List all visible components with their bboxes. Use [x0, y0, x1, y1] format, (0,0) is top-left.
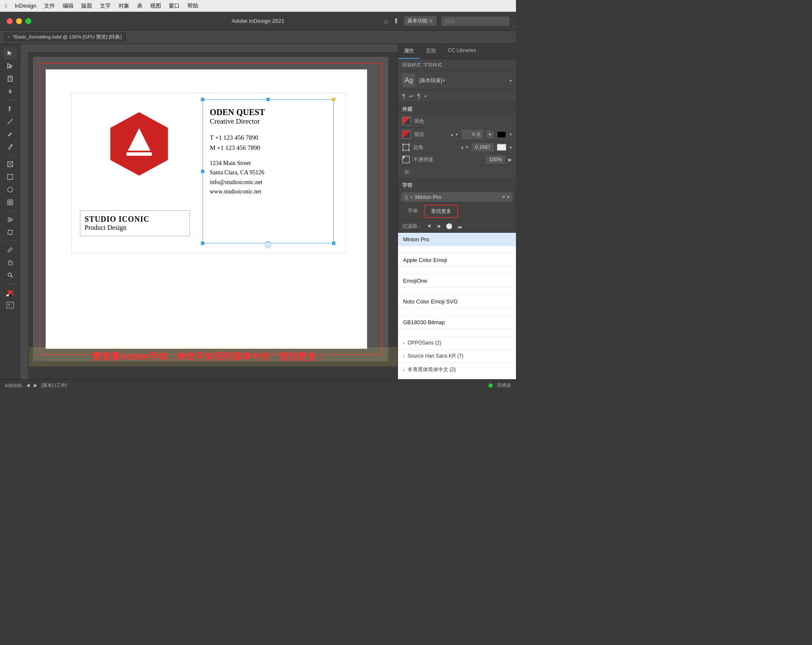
- frame-tool[interactable]: [3, 158, 17, 170]
- menu-indesign[interactable]: InDesign: [15, 3, 36, 9]
- menu-layout[interactable]: 版面: [81, 2, 92, 10]
- document-page[interactable]: STUDIO ICONIC Product Design O: [46, 69, 367, 349]
- tab-find-more[interactable]: 查找更多: [424, 205, 458, 218]
- stroke-label[interactable]: 描边: [414, 131, 447, 138]
- corner-down[interactable]: ▼: [465, 145, 469, 149]
- menu-object[interactable]: 对象: [118, 2, 129, 10]
- page-tool[interactable]: [3, 73, 17, 85]
- corner-dropdown[interactable]: ▾: [510, 145, 512, 150]
- status-text: 无错误: [497, 382, 511, 389]
- menu-view[interactable]: 视图: [150, 2, 161, 10]
- corner-up[interactable]: ▲: [460, 145, 464, 149]
- font-item-apple-emoji[interactable]: Apple Color Emoji: [398, 254, 516, 267]
- line-tool[interactable]: [3, 116, 17, 127]
- font-filter-toggle[interactable]: ∨: [410, 195, 413, 199]
- next-page-btn[interactable]: ▶: [34, 383, 37, 388]
- pen-tool[interactable]: [3, 128, 17, 140]
- business-card[interactable]: STUDIO ICONIC Product Design O: [71, 93, 346, 254]
- direct-selection-tool[interactable]: [3, 60, 17, 72]
- font-item-emojiOne[interactable]: EmojiOne: [398, 274, 516, 288]
- handle-bl[interactable]: [201, 242, 204, 245]
- handle-ml[interactable]: [201, 170, 204, 173]
- stroke-down[interactable]: ▼: [455, 132, 458, 137]
- style-dropdown-arrow[interactable]: ▾: [510, 78, 512, 83]
- stroke-up[interactable]: ▲: [450, 132, 454, 137]
- corner-label[interactable]: 边角: [413, 144, 457, 151]
- close-tab-icon[interactable]: ×: [8, 35, 10, 39]
- font-clear-button[interactable]: ✕: [502, 194, 505, 200]
- font-item-source-han[interactable]: › Source Han Sans KR (7): [398, 350, 516, 363]
- tab-cc-libraries[interactable]: CC Libraries: [442, 44, 482, 59]
- document-tab[interactable]: × *Basic_formatting.indd @ 136% [GPU 预览]…: [3, 32, 126, 42]
- apple-menu[interactable]: : [5, 3, 7, 9]
- corner-value[interactable]: 0.1667: [472, 143, 494, 151]
- type-tool[interactable]: T: [3, 103, 17, 115]
- stroke-swatch[interactable]: [497, 131, 506, 138]
- menu-window[interactable]: 窗口: [169, 2, 180, 10]
- opacity-value[interactable]: 100%: [486, 156, 505, 163]
- font-item-minion-pro[interactable]: Minion Pro: [398, 233, 516, 246]
- search-input[interactable]: [442, 17, 509, 26]
- corner-swatch[interactable]: [497, 144, 506, 151]
- menu-edit[interactable]: 编辑: [63, 2, 74, 10]
- style-name[interactable]: [基本段落]+: [416, 77, 510, 84]
- ellipse-tool[interactable]: [3, 184, 17, 196]
- para-icon[interactable]: ¶: [402, 93, 406, 99]
- filter-dropdown-btn[interactable]: ▼: [427, 223, 432, 229]
- handle-tr[interactable]: [332, 98, 335, 101]
- minimize-button[interactable]: [16, 18, 22, 24]
- font-item-oppo[interactable]: › OPPOSans (2): [398, 336, 516, 350]
- opacity-expand[interactable]: ▶: [508, 157, 512, 163]
- stroke-swatch-dropdown[interactable]: ▾: [510, 132, 512, 137]
- gap-tool[interactable]: [3, 85, 17, 97]
- tab-pages[interactable]: 页面: [420, 44, 442, 59]
- maximize-button[interactable]: [25, 18, 31, 24]
- pencil-tool[interactable]: [3, 141, 17, 153]
- zoom-tool[interactable]: [3, 269, 17, 281]
- font-search-input[interactable]: [415, 194, 500, 200]
- menu-table[interactable]: 表: [137, 2, 143, 10]
- selection-tool[interactable]: [3, 47, 17, 59]
- prev-page-btn[interactable]: ◀: [26, 383, 30, 388]
- handle-br[interactable]: [332, 242, 335, 245]
- font-dropdown-button[interactable]: ▾: [507, 194, 510, 200]
- font-item-gb18030[interactable]: GB18030 Bitmap: [398, 316, 516, 329]
- home-icon[interactable]: ⌂: [384, 17, 388, 25]
- workspace-button[interactable]: 基本功能 ∨: [404, 16, 436, 26]
- filter-cloud-btn[interactable]: ☁: [457, 223, 462, 229]
- scissors-tool[interactable]: [3, 214, 17, 226]
- opacity-label[interactable]: 不透明度: [413, 156, 483, 163]
- menu-text[interactable]: 文字: [100, 2, 111, 10]
- font-item-noto-emoji[interactable]: Noto Color Emoji SVG: [398, 295, 516, 309]
- contact-box[interactable]: O ODEN QUEST Creative Director T +1 123 …: [203, 99, 334, 243]
- close-button[interactable]: [7, 18, 13, 24]
- char-style-label[interactable]: 字符样式: [423, 62, 442, 68]
- transform-tool[interactable]: [3, 226, 17, 238]
- handle-tm[interactable]: [266, 98, 270, 101]
- add-style-icon[interactable]: +: [424, 93, 427, 99]
- menu-help[interactable]: 帮助: [187, 2, 198, 10]
- tab-properties[interactable]: 属性: [398, 44, 420, 59]
- font-list[interactable]: Minion Pro Apple Color Emoji EmojiOne No…: [398, 233, 516, 379]
- rect-frame-tool[interactable]: [3, 171, 17, 183]
- font-search-row[interactable]: Q ∨ ✕ ▾: [401, 193, 513, 201]
- table-tool[interactable]: [3, 196, 17, 208]
- eyedropper-tool[interactable]: [3, 244, 17, 256]
- return-icon[interactable]: ↵: [409, 93, 414, 99]
- fill-stroke-tool[interactable]: [3, 287, 17, 298]
- hand-tool[interactable]: [3, 256, 17, 268]
- fill-label[interactable]: 填色: [414, 118, 512, 125]
- filter-star-btn[interactable]: ★: [436, 223, 442, 229]
- handle-tl[interactable]: [201, 98, 204, 101]
- font-item-hiragino[interactable]: › 冬青黑体简体中文 (2): [398, 363, 516, 377]
- stroke-unit-dropdown[interactable]: ▾: [486, 131, 494, 138]
- stroke-value[interactable]: 0 点: [462, 130, 483, 139]
- para-style-label[interactable]: 段落样式: [402, 62, 421, 68]
- tab-font[interactable]: 字体: [401, 205, 424, 218]
- text-frame-tool[interactable]: T: [3, 299, 17, 311]
- para-icon2[interactable]: ¶: [417, 93, 421, 99]
- filter-recent-btn[interactable]: 🕐: [446, 223, 453, 229]
- fx-button[interactable]: fx.: [402, 168, 413, 176]
- menu-file[interactable]: 文件: [44, 2, 55, 10]
- share-button[interactable]: ⬆: [393, 17, 399, 25]
